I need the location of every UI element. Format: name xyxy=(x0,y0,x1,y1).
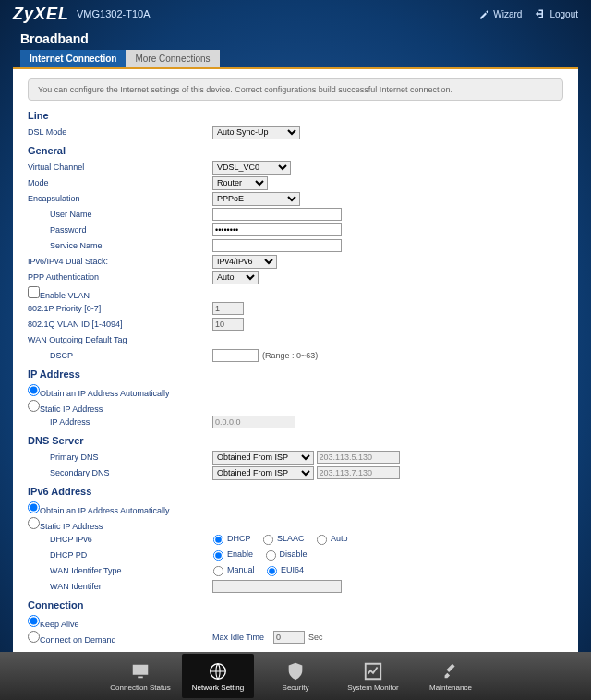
globe-icon xyxy=(208,661,228,682)
nav-label-2: Security xyxy=(283,683,309,692)
nav-label-3: System Monitor xyxy=(347,683,399,692)
dhcp-ipv6-label: DHCP IPv6 xyxy=(28,535,212,544)
vlanid-label: 802.1Q VLAN ID [1-4094] xyxy=(28,320,212,329)
opt-enable-label: Enable xyxy=(227,549,253,559)
ipv6-auto-radio[interactable] xyxy=(28,501,40,513)
username-input[interactable] xyxy=(212,208,342,221)
dualstack-label: IPv6/IPv4 Dual Stack: xyxy=(28,257,212,266)
section-general: General xyxy=(28,145,563,156)
monitor-icon xyxy=(130,661,151,682)
keepalive-radio[interactable] xyxy=(28,615,40,627)
dscp-input[interactable] xyxy=(212,349,259,362)
password-label: Password xyxy=(28,225,212,235)
ip-auto-radio[interactable] xyxy=(28,384,40,396)
pppauth-label: PPP Authentication xyxy=(28,272,212,282)
ipv6-static-label: Static IP Address xyxy=(40,522,103,531)
dhcp-pd-label: DHCP PD xyxy=(28,550,212,560)
password-input[interactable] xyxy=(212,223,342,236)
nav-label-0: Connection Status xyxy=(110,683,170,692)
ip-address-label: IP Address xyxy=(28,417,212,427)
dsl-mode-label: DSL Mode xyxy=(28,127,212,137)
device-model: VMG1302-T10A xyxy=(77,8,150,19)
wan-identifier-input xyxy=(212,580,342,593)
opt-auto-label: Auto xyxy=(331,534,348,543)
dhcppd-disable-radio[interactable] xyxy=(266,549,276,560)
wanid-eui64-radio[interactable] xyxy=(267,565,277,575)
encapsulation-select[interactable]: PPPoE xyxy=(212,192,300,206)
tools-icon xyxy=(440,661,461,682)
ip-address-input xyxy=(212,416,296,428)
section-line: Line xyxy=(28,110,563,121)
vlanid-input xyxy=(212,318,244,331)
wan-identifier-type-label: WAN Identifer Type xyxy=(28,566,212,575)
primary-dns-input xyxy=(317,451,400,464)
dhcpipv6-slaac-radio[interactable] xyxy=(263,534,273,544)
page-title: Broadband xyxy=(0,28,591,50)
max-idle-label: Max Idle Time xyxy=(212,633,264,642)
opt-slaac-label: SLAAC xyxy=(277,534,305,543)
logout-icon xyxy=(535,8,546,19)
section-ip-address: IP Address xyxy=(28,368,563,380)
service-name-input[interactable] xyxy=(212,239,342,252)
wanid-manual-radio[interactable] xyxy=(213,565,223,575)
ipv6-auto-label: Obtain an IP Address Automatically xyxy=(40,506,169,515)
logout-label: Logout xyxy=(549,9,578,19)
dsl-mode-select[interactable]: Auto Sync-Up xyxy=(212,126,300,139)
enable-vlan-label: Enable VLAN xyxy=(40,291,90,300)
secondary-dns-label: Secondary DNS xyxy=(28,468,212,477)
nav-maintenance[interactable]: Maintenance xyxy=(415,654,487,698)
chart-icon xyxy=(363,661,383,682)
brand-logo: ZyXEL xyxy=(13,5,69,24)
dhcpipv6-auto-radio[interactable] xyxy=(317,534,327,544)
ipv6-static-radio[interactable] xyxy=(28,517,40,529)
info-banner: You can configure the Internet settings … xyxy=(28,78,563,101)
dhcppd-enable-radio[interactable] xyxy=(213,549,223,560)
section-ipv6: IPv6 Address xyxy=(28,486,563,497)
virtual-channel-label: Virtual Channel xyxy=(28,163,212,172)
8021p-input xyxy=(212,302,244,315)
cod-label: Connect on Demand xyxy=(40,635,116,645)
service-name-label: Service Name xyxy=(28,241,212,250)
tab-internet-connection[interactable]: Internet Connection xyxy=(20,50,126,67)
keepalive-label: Keep Alive xyxy=(40,620,79,629)
nav-connection-status[interactable]: Connection Status xyxy=(104,654,176,698)
logout-link[interactable]: Logout xyxy=(535,8,578,19)
ip-static-radio[interactable] xyxy=(28,400,40,412)
max-idle-input xyxy=(273,631,305,644)
dhcpipv6-dhcp-radio[interactable] xyxy=(213,534,223,544)
enable-vlan-row: Enable VLAN xyxy=(28,286,212,300)
wan-tag-label: WAN Outgoing Default Tag xyxy=(28,335,212,344)
encapsulation-label: Encapsulation xyxy=(28,194,212,203)
8021p-label: 802.1P Priority [0-7] xyxy=(28,304,212,313)
virtual-channel-select[interactable]: VDSL_VC0 xyxy=(212,161,291,175)
dualstack-select[interactable]: IPv4/IPv6 xyxy=(212,255,277,269)
nav-network-setting[interactable]: Network Setting xyxy=(182,654,254,698)
dscp-hint: (Range : 0~63) xyxy=(262,351,318,360)
secondary-dns-input xyxy=(317,466,400,479)
wand-icon xyxy=(478,8,489,19)
opt-disable-label: Disable xyxy=(280,549,308,559)
section-dns: DNS Server xyxy=(28,435,563,446)
section-connection: Connection xyxy=(28,599,563,610)
content-panel: You can configure the Internet settings … xyxy=(13,67,578,655)
nav-label-4: Maintenance xyxy=(429,683,472,692)
nav-system-monitor[interactable]: System Monitor xyxy=(337,654,409,698)
ip-auto-label: Obtain an IP Address Automatically xyxy=(40,389,169,398)
pppauth-select[interactable]: Auto xyxy=(212,271,259,284)
cod-radio[interactable] xyxy=(28,631,40,643)
nav-label-1: Network Setting xyxy=(192,683,244,692)
secondary-dns-src-select[interactable]: Obtained From ISP xyxy=(212,466,314,480)
wizard-link[interactable]: Wizard xyxy=(478,8,522,19)
primary-dns-src-select[interactable]: Obtained From ISP xyxy=(212,451,314,465)
dscp-label: DSCP xyxy=(28,351,212,360)
tab-more-connections[interactable]: More Connections xyxy=(126,50,219,67)
shield-icon xyxy=(285,661,306,682)
primary-dns-label: Primary DNS xyxy=(28,453,212,462)
enable-vlan-checkbox[interactable] xyxy=(28,286,40,298)
idle-unit: Sec xyxy=(308,633,323,642)
nav-security[interactable]: Security xyxy=(259,654,332,698)
mode-select[interactable]: Router xyxy=(212,176,268,190)
wizard-label: Wizard xyxy=(493,9,522,19)
username-label: User Name xyxy=(28,210,212,219)
ip-static-label: Static IP Address xyxy=(40,404,103,414)
